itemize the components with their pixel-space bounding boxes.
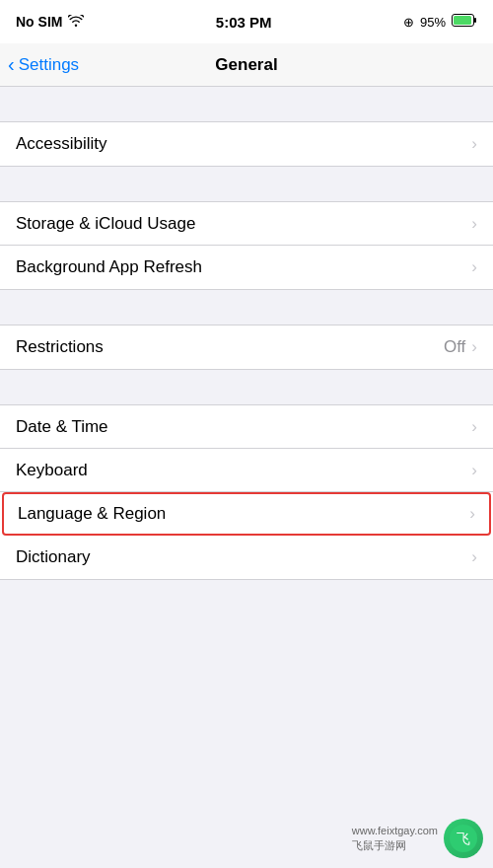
language-region-label: Language & Region xyxy=(18,504,166,524)
restrictions-right: Off › xyxy=(444,337,477,357)
dictionary-chevron-icon: › xyxy=(471,547,477,567)
restrictions-item[interactable]: Restrictions Off › xyxy=(0,326,493,369)
language-region-right: › xyxy=(469,504,475,524)
carrier-label: No SIM xyxy=(16,14,62,30)
accessibility-label: Accessibility xyxy=(16,134,107,154)
watermark: www.feixtgay.com 飞鼠手游网 飞 xyxy=(352,819,483,858)
back-button[interactable]: ‹ Settings xyxy=(8,55,79,75)
date-time-chevron-icon: › xyxy=(471,417,477,437)
restrictions-label: Restrictions xyxy=(16,337,104,357)
back-label: Settings xyxy=(19,55,79,75)
section-gap-2 xyxy=(0,167,493,201)
restrictions-value: Off xyxy=(444,337,465,357)
background-refresh-chevron-icon: › xyxy=(471,257,477,277)
background-app-refresh-item[interactable]: Background App Refresh › xyxy=(0,246,493,289)
date-time-item[interactable]: Date & Time › xyxy=(0,405,493,449)
svg-rect-2 xyxy=(474,18,476,23)
accessibility-chevron-icon: › xyxy=(471,134,477,154)
battery-icon xyxy=(452,14,477,30)
dictionary-item[interactable]: Dictionary › xyxy=(0,536,493,579)
page-title: General xyxy=(215,55,277,75)
language-region-chevron-icon: › xyxy=(469,504,475,524)
keyboard-item[interactable]: Keyboard › xyxy=(0,449,493,492)
wifi-icon xyxy=(68,14,84,30)
section-gap-3 xyxy=(0,290,493,325)
svg-text:飞: 飞 xyxy=(457,831,470,846)
accessibility-right: › xyxy=(471,134,477,154)
storage-icloud-label: Storage & iCloud Usage xyxy=(16,214,195,234)
status-carrier-wifi: No SIM xyxy=(16,14,84,30)
keyboard-chevron-icon: › xyxy=(471,461,477,480)
watermark-text: www.feixtgay.com 飞鼠手游网 xyxy=(352,824,438,854)
svg-rect-1 xyxy=(454,16,471,25)
storage-chevron-icon: › xyxy=(471,214,477,234)
section-language: Date & Time › Keyboard › Language & Regi… xyxy=(0,404,493,580)
keyboard-label: Keyboard xyxy=(16,461,88,480)
date-time-label: Date & Time xyxy=(16,417,108,437)
keyboard-right: › xyxy=(471,461,477,480)
background-app-refresh-label: Background App Refresh xyxy=(16,257,202,277)
date-time-right: › xyxy=(471,417,477,437)
navigation-bar: ‹ Settings General xyxy=(0,43,493,87)
section-gap-1 xyxy=(0,87,493,121)
section-accessibility: Accessibility › xyxy=(0,121,493,167)
status-bar: No SIM 5:03 PM ⊕ 95% xyxy=(0,0,493,43)
language-region-item[interactable]: Language & Region › xyxy=(2,492,491,536)
dictionary-label: Dictionary xyxy=(16,547,91,567)
dictionary-right: › xyxy=(471,547,477,567)
storage-icloud-item[interactable]: Storage & iCloud Usage › xyxy=(0,202,493,246)
watermark-logo: 飞 xyxy=(444,819,483,858)
battery-percent: 95% xyxy=(420,15,446,30)
status-battery: ⊕ 95% xyxy=(403,14,477,30)
accessibility-item[interactable]: Accessibility › xyxy=(0,122,493,166)
background-app-refresh-right: › xyxy=(471,257,477,277)
section-storage: Storage & iCloud Usage › Background App … xyxy=(0,201,493,290)
settings-content: Accessibility › Storage & iCloud Usage ›… xyxy=(0,87,493,580)
section-restrictions: Restrictions Off › xyxy=(0,325,493,370)
section-gap-4 xyxy=(0,370,493,404)
restrictions-chevron-icon: › xyxy=(471,337,477,357)
storage-icloud-right: › xyxy=(471,214,477,234)
location-icon: ⊕ xyxy=(403,15,414,30)
watermark-site: www.feixtgay.com 飞鼠手游网 xyxy=(352,824,438,854)
status-time: 5:03 PM xyxy=(216,14,272,31)
back-chevron-icon: ‹ xyxy=(8,54,15,74)
